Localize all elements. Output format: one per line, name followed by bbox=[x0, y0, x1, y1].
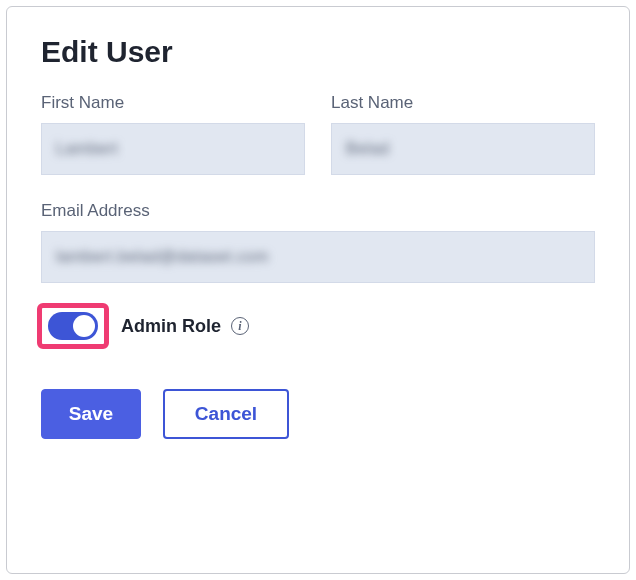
email-input[interactable]: lambert.belad@dataset.com bbox=[41, 231, 595, 283]
last-name-input[interactable]: Belad bbox=[331, 123, 595, 175]
edit-user-card: Edit User First Name Lambert Last Name B… bbox=[6, 6, 630, 574]
first-name-input[interactable]: Lambert bbox=[41, 123, 305, 175]
first-name-label: First Name bbox=[41, 93, 305, 113]
email-value: lambert.belad@dataset.com bbox=[56, 248, 269, 266]
save-button[interactable]: Save bbox=[41, 389, 141, 439]
info-icon[interactable]: i bbox=[231, 317, 249, 335]
admin-role-label: Admin Role bbox=[121, 316, 221, 337]
cancel-button[interactable]: Cancel bbox=[163, 389, 289, 439]
last-name-label: Last Name bbox=[331, 93, 595, 113]
toggle-knob bbox=[73, 315, 95, 337]
admin-toggle-highlight bbox=[37, 303, 109, 349]
email-field: Email Address lambert.belad@dataset.com bbox=[41, 201, 595, 283]
last-name-value: Belad bbox=[346, 140, 389, 158]
admin-role-row: Admin Role i bbox=[37, 303, 595, 349]
first-name-value: Lambert bbox=[56, 140, 118, 158]
actions-row: Save Cancel bbox=[41, 389, 595, 439]
first-name-field: First Name Lambert bbox=[41, 93, 305, 175]
email-label: Email Address bbox=[41, 201, 595, 221]
page-title: Edit User bbox=[41, 35, 595, 69]
last-name-field: Last Name Belad bbox=[331, 93, 595, 175]
name-row: First Name Lambert Last Name Belad bbox=[41, 93, 595, 175]
admin-role-toggle[interactable] bbox=[48, 312, 98, 340]
